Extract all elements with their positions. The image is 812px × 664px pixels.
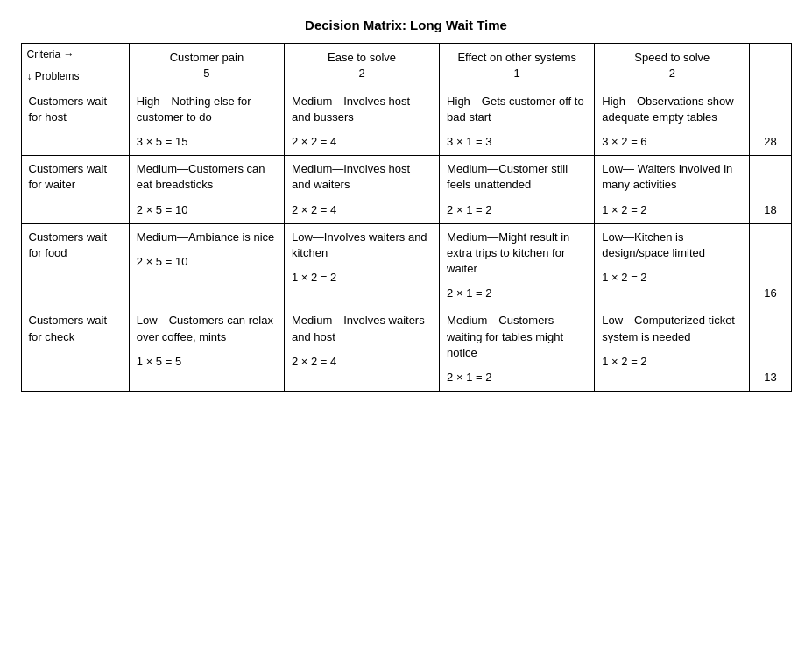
row-1-speed_to_solve-desc: Low— Waiters involved in many activities: [602, 161, 742, 193]
header-speed-to-solve-label: Speed to solve: [602, 50, 742, 66]
header-customer-pain-weight: 5: [137, 66, 277, 81]
row-2-speed_to_solve-calc: 1 × 2 = 2: [602, 270, 742, 286]
header-customer-pain: Customer pain 5: [129, 44, 284, 88]
row-3-customer_pain: Low—Customers can relax over coffee, min…: [129, 307, 284, 392]
header-ease-to-solve: Ease to solve 2: [284, 44, 439, 88]
row-2-customer_pain: Medium—Ambiance is nice2 × 5 = 10: [129, 223, 284, 307]
row-0-customer_pain: High—Nothing else for customer to do3 × …: [129, 88, 284, 156]
row-2-effect_other-desc: Medium—Might result in extra trips to ki…: [447, 230, 587, 278]
row-2-ease_to_solve-calc: 1 × 2 = 2: [292, 270, 432, 286]
table-row: Customers wait for foodMedium—Ambiance i…: [21, 223, 791, 307]
row-1-customer_pain-calc: 2 × 5 = 10: [137, 202, 277, 218]
row-3-effect_other: Medium—Customers waiting for tables migh…: [440, 307, 595, 392]
header-effect-other: Effect on other systems 1: [440, 44, 595, 88]
row-2-customer_pain-desc: Medium—Ambiance is nice: [137, 230, 277, 245]
table-row: Customers wait for checkLow—Customers ca…: [21, 307, 791, 392]
table-row: Customers wait for waiterMedium—Customer…: [21, 156, 791, 224]
header-effect-other-weight: 1: [447, 66, 587, 81]
header-speed-to-solve: Speed to solve 2: [595, 44, 750, 88]
row-1-ease_to_solve-desc: Medium—Involves host and waiters: [292, 161, 432, 193]
header-total: [750, 44, 791, 88]
row-2-speed_to_solve-desc: Low—Kitchen is design/space limited: [602, 230, 742, 261]
row-2-ease_to_solve: Low—Involves waiters and kitchen1 × 2 = …: [284, 223, 439, 307]
row-1-speed_to_solve-calc: 1 × 2 = 2: [602, 202, 742, 218]
row-1-effect_other-calc: 2 × 1 = 2: [447, 202, 587, 218]
header-effect-other-label: Effect on other systems: [447, 50, 587, 66]
row-1-effect_other-desc: Medium—Customer still feels unattended: [447, 161, 587, 193]
row-1-problem: Customers wait for waiter: [21, 156, 129, 224]
page-title: Decision Matrix: Long Wait Time: [21, 18, 792, 32]
row-2-effect_other-calc: 2 × 1 = 2: [447, 286, 587, 301]
row-3-customer_pain-calc: 1 × 5 = 5: [137, 354, 277, 370]
row-0-speed_to_solve-desc: High—Observations show adequate empty ta…: [602, 94, 742, 125]
row-0-effect_other-desc: High—Gets customer off to bad start: [447, 94, 587, 125]
row-0-ease_to_solve-desc: Medium—Involves host and bussers: [292, 94, 432, 125]
row-2-effect_other: Medium—Might result in extra trips to ki…: [440, 223, 595, 307]
row-0-effect_other-calc: 3 × 1 = 3: [447, 134, 587, 150]
row-1-total: 18: [750, 156, 791, 224]
row-0-total: 28: [750, 88, 791, 156]
row-3-speed_to_solve-desc: Low—Computerized ticket system is needed: [602, 313, 742, 344]
row-3-effect_other-desc: Medium—Customers waiting for tables migh…: [447, 313, 587, 361]
decision-matrix: Criteria → ↓ Problems Customer pain 5 Ea…: [21, 43, 792, 392]
row-1-effect_other: Medium—Customer still feels unattended2 …: [440, 156, 595, 224]
row-3-customer_pain-desc: Low—Customers can relax over coffee, min…: [137, 313, 277, 344]
row-0-problem: Customers wait for host: [21, 88, 129, 156]
row-3-effect_other-calc: 2 × 1 = 2: [447, 370, 587, 385]
row-0-speed_to_solve-calc: 3 × 2 = 6: [602, 134, 742, 150]
row-2-speed_to_solve: Low—Kitchen is design/space limited1 × 2…: [595, 223, 750, 307]
row-3-speed_to_solve-calc: 1 × 2 = 2: [602, 354, 742, 370]
row-1-customer_pain-desc: Medium—Customers can eat breadsticks: [137, 161, 277, 193]
row-2-total: 16: [750, 223, 791, 307]
row-0-ease_to_solve: Medium—Involves host and bussers2 × 2 = …: [284, 88, 439, 156]
page-wrapper: Decision Matrix: Long Wait Time Criteria…: [21, 18, 792, 392]
row-3-ease_to_solve-calc: 2 × 2 = 4: [292, 354, 432, 370]
row-0-effect_other: High—Gets customer off to bad start3 × 1…: [440, 88, 595, 156]
criteria-problems-cell: Criteria → ↓ Problems: [21, 44, 129, 88]
row-2-ease_to_solve-desc: Low—Involves waiters and kitchen: [292, 230, 432, 261]
header-speed-to-solve-weight: 2: [602, 66, 742, 81]
header-customer-pain-label: Customer pain: [137, 50, 277, 66]
row-0-ease_to_solve-calc: 2 × 2 = 4: [292, 134, 432, 150]
row-2-problem: Customers wait for food: [21, 223, 129, 307]
problems-label: ↓ Problems: [27, 69, 124, 84]
header-row: Criteria → ↓ Problems Customer pain 5 Ea…: [21, 44, 791, 88]
row-2-customer_pain-calc: 2 × 5 = 10: [137, 254, 277, 270]
row-1-speed_to_solve: Low— Waiters involved in many activities…: [595, 156, 750, 224]
row-3-ease_to_solve-desc: Medium—Involves waiters and host: [292, 313, 432, 344]
row-1-customer_pain: Medium—Customers can eat breadsticks2 × …: [129, 156, 284, 224]
row-1-ease_to_solve: Medium—Involves host and waiters2 × 2 = …: [284, 156, 439, 224]
row-0-customer_pain-calc: 3 × 5 = 15: [137, 134, 277, 150]
criteria-label: Criteria →: [27, 47, 124, 62]
row-3-speed_to_solve: Low—Computerized ticket system is needed…: [595, 307, 750, 392]
row-1-ease_to_solve-calc: 2 × 2 = 4: [292, 202, 432, 218]
header-ease-to-solve-label: Ease to solve: [292, 50, 432, 66]
row-0-speed_to_solve: High—Observations show adequate empty ta…: [595, 88, 750, 156]
header-ease-to-solve-weight: 2: [292, 66, 432, 81]
row-3-total: 13: [750, 307, 791, 392]
row-3-problem: Customers wait for check: [21, 307, 129, 392]
matrix-container: Criteria → ↓ Problems Customer pain 5 Ea…: [21, 43, 792, 392]
row-0-customer_pain-desc: High—Nothing else for customer to do: [137, 94, 277, 125]
table-row: Customers wait for hostHigh—Nothing else…: [21, 88, 791, 156]
row-3-ease_to_solve: Medium—Involves waiters and host2 × 2 = …: [284, 307, 439, 392]
